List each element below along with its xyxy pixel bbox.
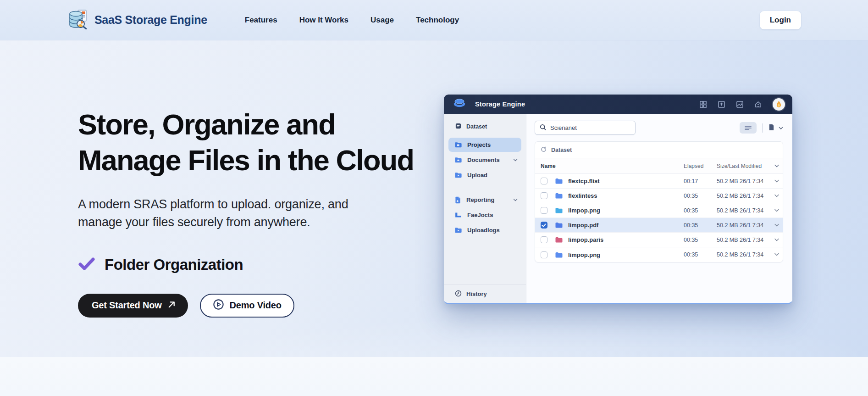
list-view-button[interactable] [740,122,757,134]
bookmark-icon [768,123,775,133]
app-window: Storage Engine [444,95,792,304]
folder-icon [553,192,565,199]
row-checkbox[interactable] [541,207,547,214]
toolbar-right [740,122,783,134]
folder-icon [553,207,565,214]
app-header-icons [699,98,785,111]
demo-video-button[interactable]: Demo Video [200,294,294,318]
sidebar-item-projects[interactable]: Projects [448,138,521,152]
column-size[interactable]: Size/Last Modified [717,163,771,169]
file-elapsed: 00:35 [684,237,717,243]
app-sidebar: Dataset Projects Documents [444,114,526,303]
file-name: limpop.pdf [565,222,684,229]
breadcrumb: Dataset [535,142,783,158]
table-row[interactable]: limpop.png 00:35 50.2 MB 26/1 7:34 [535,203,783,218]
column-name[interactable]: Name [535,163,684,169]
column-elapsed[interactable]: Elapsed [684,163,717,169]
table-row[interactable]: flextcp.flist 00:17 50.2 MB 26/1 7:34 [535,174,783,189]
table-body: flextcp.flist 00:17 50.2 MB 26/1 7:34 fl… [535,174,783,262]
chevron-down-icon[interactable] [771,164,783,168]
top-navigation: SaaS Storage Engine Features How It Work… [0,0,868,40]
table-row[interactable]: limpop.pdf 00:35 50.2 MB 26/1 7:34 [535,218,783,233]
file-size: 50.2 MB 26/1 7:34 [717,222,771,229]
file-elapsed: 00:35 [684,207,717,214]
folder-icon [454,141,462,148]
file-elapsed: 00:35 [684,251,717,258]
home-icon[interactable] [754,100,762,108]
feature-label: Folder Organization [105,256,243,273]
file-elapsed: 00:17 [684,178,717,184]
sidebar-divider [450,187,520,187]
sidebar-item-reporting[interactable]: Reporting [448,193,521,207]
row-checkbox[interactable] [541,222,547,229]
table-row[interactable]: limpop.png 00:35 50.2 MB 26/1 7:34 [535,247,783,262]
document-icon [454,196,461,204]
nav-link-usage[interactable]: Usage [370,16,394,25]
row-checkbox[interactable] [541,236,547,243]
refresh-icon[interactable] [541,146,547,154]
avatar-flame[interactable] [773,98,785,111]
toolbar-divider [762,123,763,133]
nav-link-features[interactable]: Features [245,16,277,25]
brand[interactable]: SaaS Storage Engine [68,9,207,31]
row-checkbox[interactable] [541,178,547,184]
photo-icon[interactable] [736,100,744,108]
file-name: limpop.png [565,251,684,258]
chevron-down-icon[interactable] [771,194,783,198]
bookmark-dropdown-button[interactable] [768,123,783,133]
table-row[interactable]: limpop.paris 00:35 50.2 MB 26/1 7:34 [535,233,783,247]
cta-row: Get Started Now Demo Video [78,294,417,318]
table-row[interactable]: flexlintess 00:35 50.2 MB 26/1 7:34 [535,189,783,203]
nav-link-how-it-works[interactable]: How It Works [299,16,348,25]
sidebar-item-upload[interactable]: Upload [448,168,521,182]
file-size: 50.2 MB 26/1 7:34 [717,237,771,243]
feature-row: Folder Organization [78,256,417,273]
nav-links: Features How It Works Usage Technology [245,16,459,25]
chevron-down-icon[interactable] [771,223,783,227]
search-box[interactable] [535,121,636,135]
clock-icon [455,290,462,298]
chevron-down-icon[interactable] [771,209,783,212]
play-circle-icon [213,299,224,312]
sidebar-item-history[interactable]: History [444,284,526,303]
chevron-down-icon[interactable] [771,179,783,183]
file-size: 50.2 MB 26/1 7:34 [717,251,771,258]
sidebar-item-uploadlogs[interactable]: Uploadlogs [448,223,521,237]
login-button[interactable]: Login [760,11,801,29]
chevron-down-icon[interactable] [771,238,783,242]
search-icon [540,124,546,132]
sidebar-item-documents[interactable]: Documents [448,153,521,167]
app-main: Dataset Name Elapsed Size/Last Modified … [526,114,792,303]
folder-upload-icon [454,172,462,178]
grid-icon[interactable] [699,100,707,108]
row-checkbox[interactable] [541,192,547,199]
file-name: flextcp.flist [565,178,684,184]
nav-link-technology[interactable]: Technology [416,16,459,25]
corner-shape-icon [454,212,462,218]
get-started-button[interactable]: Get Started Now [78,294,188,318]
chevron-down-icon [779,124,783,131]
search-input[interactable] [550,124,630,131]
file-name: limpop.png [565,207,684,214]
brand-logo-icon [68,9,89,31]
file-panel: Dataset Name Elapsed Size/Last Modified … [535,141,783,262]
file-size: 50.2 MB 26/1 7:34 [717,193,771,199]
file-size: 50.2 MB 26/1 7:34 [717,178,771,184]
folder-icon [454,156,462,163]
sidebar-item-faejocts[interactable]: FaeJocts [448,208,521,222]
page-title: Store, Organize and Manage Files in the … [78,106,417,178]
folder-icon [553,222,565,229]
chevron-down-icon[interactable] [771,253,783,257]
app-toolbar [535,121,783,135]
app-body: Dataset Projects Documents [444,114,792,303]
next-section-band [0,357,868,396]
file-name: flexlintess [565,192,684,199]
chevron-down-icon [513,156,518,163]
app-header: Storage Engine [444,95,792,114]
check-icon [78,257,95,273]
sidebar-section-dataset[interactable]: Dataset [444,120,526,133]
file-name: limpop.paris [565,236,684,243]
app-title: Storage Engine [475,100,525,108]
row-checkbox[interactable] [541,251,547,258]
image-upload-icon[interactable] [718,100,725,108]
